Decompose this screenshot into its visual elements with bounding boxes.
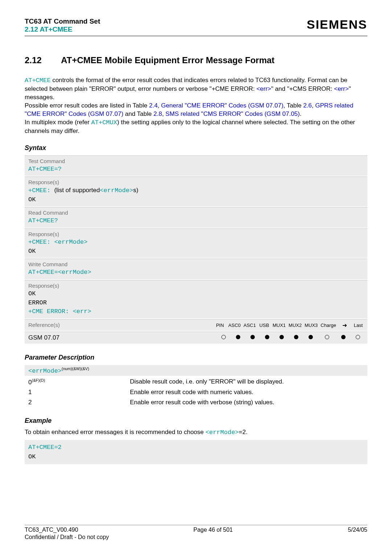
err-link-2[interactable]: <err> <box>334 85 349 92</box>
circle-filled-icon <box>265 335 269 339</box>
footer-right: 5/24/05 <box>348 527 367 533</box>
page-footer: TC63_ATC_V00.490 Page 46 of 501 5/24/05 … <box>25 525 367 540</box>
example-line-1: AT+CMEE=2 <box>28 443 364 452</box>
table-link-28[interactable]: 2.8 <box>154 110 162 117</box>
circle-filled-icon <box>341 335 346 339</box>
errmode-link-2[interactable]: <errMode> <box>54 239 87 246</box>
param-key-1: 1 <box>28 389 130 396</box>
syntax-heading: Syntax <box>25 144 367 152</box>
dot-usb <box>261 335 273 340</box>
p3a: In multiplex mode (refer <box>25 119 91 126</box>
test-command: AT+CMEE=? <box>28 165 364 174</box>
circle-empty-icon <box>221 335 226 339</box>
response-label-1: Response(s) <box>28 179 364 185</box>
example-text: To obtain enhanced error messages it is … <box>25 428 367 437</box>
dot-mux2 <box>290 335 302 340</box>
link-cme-general[interactable]: General "CME ERROR" Codes (GSM 07.07) <box>161 102 283 109</box>
write-command-block: Write Command AT+CMEE=<errMode> <box>25 259 367 279</box>
header-rule <box>25 36 367 36</box>
ok-1: OK <box>28 195 364 204</box>
example-heading: Example <box>25 417 367 425</box>
read-resp-pre: +CMEE: <box>28 239 54 246</box>
section-number: 2.12 <box>25 55 61 65</box>
param-row-0: 0(&F)(D) Disable result code, i.e. only … <box>28 377 367 388</box>
write-command: AT+CMEE=<errMode> <box>28 268 364 277</box>
dot-pin <box>218 335 229 340</box>
intro-para-3: In multiplex mode (refer AT+CMUX) the se… <box>25 118 367 135</box>
dot-mux3 <box>305 335 317 340</box>
errmode-link-1[interactable]: <errMode> <box>100 187 133 194</box>
col-asc0: ASC0 <box>228 323 241 328</box>
error-line: ERROR <box>28 299 364 308</box>
test-command-label-block: Test Command AT+CMEE=? <box>25 155 367 176</box>
intro-para-2: Possible error result codes are listed i… <box>25 102 367 118</box>
circle-filled-icon <box>250 335 255 339</box>
param-key-0: 0(&F)(D) <box>28 378 130 386</box>
dot-asc0 <box>232 335 244 340</box>
page-header: TC63 AT Command Set 2.12 AT+CMEE SIEMENS <box>25 17 367 33</box>
params-heading: Parameter Description <box>25 354 367 361</box>
errmode-link-3[interactable]: <errMode> <box>58 269 91 276</box>
intro-para-1: AT+CMEE controls the format of the error… <box>25 76 367 102</box>
param-val-2: Enable error result code with verbose (s… <box>130 399 274 406</box>
ok-3: OK <box>28 289 364 299</box>
param-key-2: 2 <box>28 399 130 406</box>
col-mux3: MUX3 <box>305 323 318 328</box>
cmux-link[interactable]: AT+CMUX <box>91 119 117 126</box>
reference-header-block: Reference(s) PIN ASC0 ASC1 USB MUX1 MUX2… <box>25 319 367 331</box>
cmd-name: AT+CMEE <box>25 77 50 84</box>
col-asc1: ASC1 <box>244 323 256 328</box>
param-row-2: 2 Enable error result code with verbose … <box>28 397 367 408</box>
c6: . <box>300 110 302 117</box>
test-resp-mid: (list of supported <box>54 187 100 194</box>
reference-value-block: GSM 07.07 <box>25 332 367 344</box>
err-link-1[interactable]: <err> <box>256 85 271 92</box>
ok-2: OK <box>28 247 364 256</box>
p2a: Possible error result codes are listed i… <box>25 102 149 109</box>
param-table: 0(&F)(D) Disable result code, i.e. only … <box>28 377 367 408</box>
table-link-24[interactable]: 2.4 <box>149 102 158 109</box>
dot-last <box>352 335 364 340</box>
doc-subtitle: 2.12 AT+CMEE <box>25 25 100 33</box>
dot-arrow <box>338 335 349 340</box>
brand-logo: SIEMENS <box>307 17 367 32</box>
circle-filled-icon <box>236 335 240 339</box>
dot-mux1 <box>276 335 287 340</box>
c4: and Table <box>123 110 154 117</box>
dot-charge <box>319 335 335 340</box>
response-label-3: Response(s) <box>28 283 364 289</box>
cme-err-link[interactable]: <err> <box>73 308 91 315</box>
col-pin: PIN <box>215 323 225 328</box>
dot-asc1 <box>247 335 258 340</box>
c1: , <box>158 102 161 109</box>
footer-center: Page 46 of 501 <box>193 527 233 533</box>
intro-t2: " and "+CMS ERROR: <box>271 85 334 92</box>
param-var[interactable]: <errMode> <box>28 368 62 374</box>
circle-filled-icon <box>279 335 284 339</box>
circle-filled-icon <box>294 335 298 339</box>
c2: , Table <box>283 102 303 109</box>
header-left: TC63 AT Command Set 2.12 AT+CMEE <box>25 17 100 33</box>
cme-err-pre: +CME ERROR: <box>28 308 73 315</box>
col-charge: Charge <box>320 323 336 328</box>
test-command-label: Test Command <box>28 158 364 164</box>
link-cms-sms[interactable]: SMS related "CMS ERROR" Codes (GSM 07.05… <box>166 110 300 117</box>
example-line-2: OK <box>28 452 364 462</box>
write-response-block: Response(s) OK ERROR +CME ERROR: <err> <box>25 280 367 319</box>
col-last: Last <box>353 323 364 328</box>
col-mux1: MUX1 <box>273 323 286 328</box>
table-link-26[interactable]: 2.6 <box>303 102 312 109</box>
ex-a: To obtain enhanced error messages it is … <box>25 429 205 436</box>
test-response-line: +CMEE: (list of supported<errMode>s) <box>28 186 364 195</box>
errmode-link-4[interactable]: <errMode> <box>205 429 239 436</box>
col-usb: USB <box>259 323 270 328</box>
indicator-dot-row <box>218 335 364 340</box>
param-val-1: Enable error result code with numeric va… <box>130 389 253 396</box>
indicator-header-row: PIN ASC0 ASC1 USB MUX1 MUX2 MUX3 Charge … <box>215 322 364 329</box>
doc-title: TC63 AT Command Set <box>25 17 100 25</box>
write-cmd-pre: AT+CMEE= <box>28 269 58 276</box>
read-command-label: Read Command <box>28 210 364 216</box>
circle-empty-icon <box>325 335 329 339</box>
test-resp-post: s) <box>133 187 138 194</box>
c5: , <box>162 110 165 117</box>
